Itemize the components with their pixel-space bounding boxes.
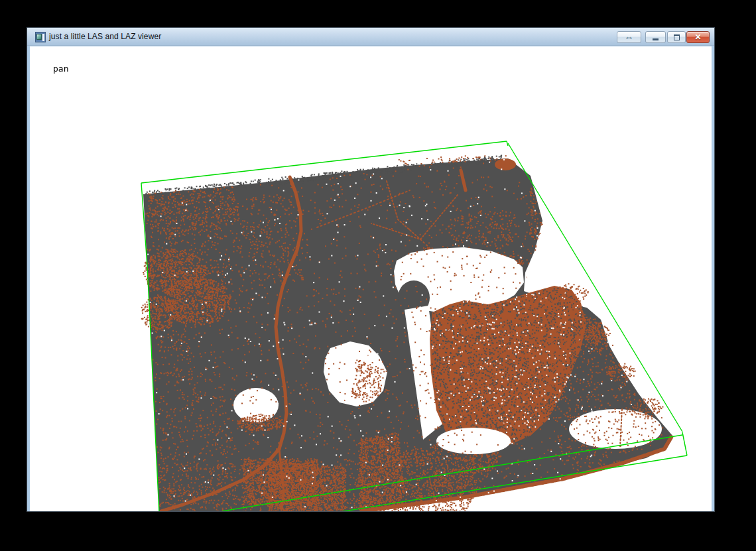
point-cloud-canvas[interactable] — [30, 46, 712, 511]
titlebar[interactable]: just a little LAS and LAZ viewer ⇔ ✕ — [27, 28, 714, 46]
pan-mode-label: pan — [53, 64, 68, 74]
close-button[interactable]: ✕ — [686, 31, 710, 43]
minimize-icon — [653, 38, 659, 40]
minimize-button[interactable] — [645, 31, 666, 43]
app-icon-screen — [36, 34, 42, 40]
viewer-client-area: pan — [30, 46, 712, 511]
window-title: just a little LAS and LAZ viewer — [49, 32, 161, 41]
app-icon — [35, 32, 46, 42]
app-icon-pane — [42, 34, 44, 41]
maximize-icon — [674, 34, 680, 40]
close-icon: ✕ — [694, 32, 701, 42]
resize-button[interactable]: ⇔ — [617, 31, 641, 43]
app-window: just a little LAS and LAZ viewer ⇔ ✕ pan — [27, 27, 715, 512]
resize-arrows-icon: ⇔ — [625, 32, 634, 42]
maximize-button[interactable] — [667, 31, 686, 43]
